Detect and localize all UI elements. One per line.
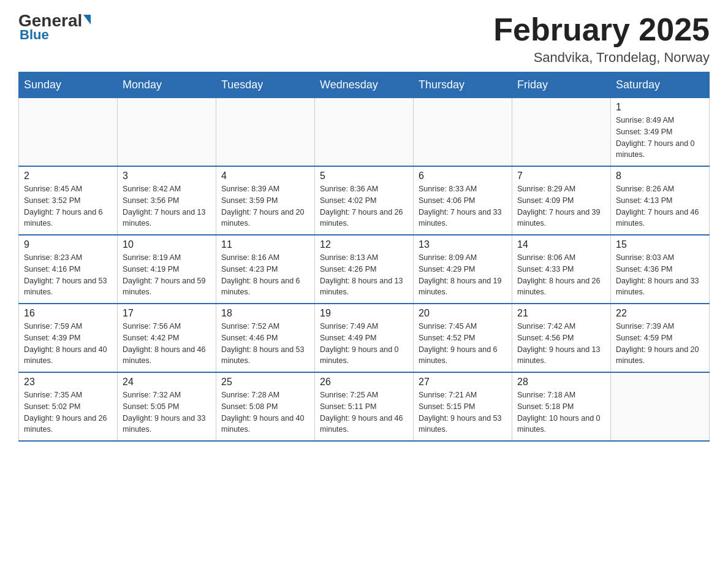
calendar-cell: 7Sunrise: 8:29 AMSunset: 4:09 PMDaylight… bbox=[512, 166, 611, 235]
calendar-cell: 12Sunrise: 8:13 AMSunset: 4:26 PMDayligh… bbox=[315, 235, 414, 304]
weekday-header-thursday: Thursday bbox=[414, 72, 512, 98]
day-info: Sunrise: 7:45 AMSunset: 4:52 PMDaylight:… bbox=[419, 321, 507, 367]
logo-arrow-icon bbox=[83, 15, 91, 25]
calendar-cell: 13Sunrise: 8:09 AMSunset: 4:29 PMDayligh… bbox=[414, 235, 512, 304]
day-info: Sunrise: 7:39 AMSunset: 4:59 PMDaylight:… bbox=[616, 321, 704, 367]
day-info: Sunrise: 8:49 AMSunset: 3:49 PMDaylight:… bbox=[616, 115, 704, 161]
day-number: 18 bbox=[221, 308, 309, 319]
calendar-cell: 23Sunrise: 7:35 AMSunset: 5:02 PMDayligh… bbox=[19, 372, 118, 441]
day-number: 24 bbox=[123, 377, 211, 388]
calendar-cell: 9Sunrise: 8:23 AMSunset: 4:16 PMDaylight… bbox=[19, 235, 118, 304]
weekday-header-wednesday: Wednesday bbox=[315, 72, 414, 98]
day-info: Sunrise: 7:18 AMSunset: 5:18 PMDaylight:… bbox=[517, 389, 605, 435]
calendar-cell: 2Sunrise: 8:45 AMSunset: 3:52 PMDaylight… bbox=[19, 166, 118, 235]
calendar-cell: 20Sunrise: 7:45 AMSunset: 4:52 PMDayligh… bbox=[414, 304, 512, 372]
calendar-cell bbox=[414, 98, 512, 167]
calendar-title: February 2025 bbox=[493, 12, 710, 47]
day-number: 12 bbox=[320, 239, 408, 250]
day-number: 25 bbox=[221, 377, 309, 388]
calendar-header: SundayMondayTuesdayWednesdayThursdayFrid… bbox=[19, 72, 710, 98]
calendar-cell: 8Sunrise: 8:26 AMSunset: 4:13 PMDaylight… bbox=[611, 166, 710, 235]
day-info: Sunrise: 8:03 AMSunset: 4:36 PMDaylight:… bbox=[616, 252, 704, 298]
calendar-cell bbox=[315, 98, 414, 167]
day-number: 3 bbox=[123, 170, 211, 182]
calendar-cell: 26Sunrise: 7:25 AMSunset: 5:11 PMDayligh… bbox=[315, 372, 414, 441]
day-info: Sunrise: 7:35 AMSunset: 5:02 PMDaylight:… bbox=[24, 389, 112, 435]
calendar-body: 1Sunrise: 8:49 AMSunset: 3:49 PMDaylight… bbox=[19, 98, 710, 442]
calendar-cell: 11Sunrise: 8:16 AMSunset: 4:23 PMDayligh… bbox=[216, 235, 315, 304]
calendar-cell: 28Sunrise: 7:18 AMSunset: 5:18 PMDayligh… bbox=[512, 372, 611, 441]
day-number: 6 bbox=[419, 170, 507, 182]
calendar-cell bbox=[118, 98, 216, 167]
calendar-cell: 5Sunrise: 8:36 AMSunset: 4:02 PMDaylight… bbox=[315, 166, 414, 235]
calendar-week-row: 2Sunrise: 8:45 AMSunset: 3:52 PMDaylight… bbox=[19, 166, 710, 235]
day-info: Sunrise: 8:13 AMSunset: 4:26 PMDaylight:… bbox=[320, 252, 408, 298]
calendar-cell: 14Sunrise: 8:06 AMSunset: 4:33 PMDayligh… bbox=[512, 235, 611, 304]
calendar-cell: 3Sunrise: 8:42 AMSunset: 3:56 PMDaylight… bbox=[118, 166, 216, 235]
day-number: 9 bbox=[24, 239, 112, 250]
day-number: 14 bbox=[517, 239, 605, 250]
weekday-header-saturday: Saturday bbox=[611, 72, 710, 98]
calendar-cell: 21Sunrise: 7:42 AMSunset: 4:56 PMDayligh… bbox=[512, 304, 611, 372]
calendar-cell: 25Sunrise: 7:28 AMSunset: 5:08 PMDayligh… bbox=[216, 372, 315, 441]
day-info: Sunrise: 8:16 AMSunset: 4:23 PMDaylight:… bbox=[221, 252, 309, 298]
day-number: 5 bbox=[320, 170, 408, 182]
day-number: 26 bbox=[320, 377, 408, 388]
calendar-subtitle: Sandvika, Trondelag, Norway bbox=[493, 50, 710, 66]
day-number: 8 bbox=[616, 170, 704, 182]
day-number: 13 bbox=[419, 239, 507, 250]
day-info: Sunrise: 8:45 AMSunset: 3:52 PMDaylight:… bbox=[24, 183, 112, 229]
day-info: Sunrise: 8:33 AMSunset: 4:06 PMDaylight:… bbox=[419, 183, 507, 229]
calendar-cell: 17Sunrise: 7:56 AMSunset: 4:42 PMDayligh… bbox=[118, 304, 216, 372]
calendar-cell: 18Sunrise: 7:52 AMSunset: 4:46 PMDayligh… bbox=[216, 304, 315, 372]
day-info: Sunrise: 7:49 AMSunset: 4:49 PMDaylight:… bbox=[320, 321, 408, 367]
day-number: 28 bbox=[517, 377, 605, 388]
day-number: 2 bbox=[24, 170, 112, 182]
day-number: 4 bbox=[221, 170, 309, 182]
calendar-cell bbox=[19, 98, 118, 167]
calendar-week-row: 16Sunrise: 7:59 AMSunset: 4:39 PMDayligh… bbox=[19, 304, 710, 372]
day-number: 10 bbox=[123, 239, 211, 250]
calendar-cell: 6Sunrise: 8:33 AMSunset: 4:06 PMDaylight… bbox=[414, 166, 512, 235]
day-number: 21 bbox=[517, 308, 605, 319]
calendar-week-row: 1Sunrise: 8:49 AMSunset: 3:49 PMDaylight… bbox=[19, 98, 710, 167]
day-info: Sunrise: 8:29 AMSunset: 4:09 PMDaylight:… bbox=[517, 183, 605, 229]
day-number: 7 bbox=[517, 170, 605, 182]
day-info: Sunrise: 8:06 AMSunset: 4:33 PMDaylight:… bbox=[517, 252, 605, 298]
day-number: 11 bbox=[221, 239, 309, 250]
calendar-cell: 16Sunrise: 7:59 AMSunset: 4:39 PMDayligh… bbox=[19, 304, 118, 372]
calendar-cell: 19Sunrise: 7:49 AMSunset: 4:49 PMDayligh… bbox=[315, 304, 414, 372]
calendar-cell: 1Sunrise: 8:49 AMSunset: 3:49 PMDaylight… bbox=[611, 98, 710, 167]
day-info: Sunrise: 8:26 AMSunset: 4:13 PMDaylight:… bbox=[616, 183, 704, 229]
calendar-cell: 4Sunrise: 8:39 AMSunset: 3:59 PMDaylight… bbox=[216, 166, 315, 235]
calendar-cell: 24Sunrise: 7:32 AMSunset: 5:05 PMDayligh… bbox=[118, 372, 216, 441]
day-number: 23 bbox=[24, 377, 112, 388]
day-info: Sunrise: 8:23 AMSunset: 4:16 PMDaylight:… bbox=[24, 252, 112, 298]
day-number: 20 bbox=[419, 308, 507, 319]
day-info: Sunrise: 7:42 AMSunset: 4:56 PMDaylight:… bbox=[517, 321, 605, 367]
day-info: Sunrise: 8:39 AMSunset: 3:59 PMDaylight:… bbox=[221, 183, 309, 229]
calendar-cell bbox=[216, 98, 315, 167]
calendar-week-row: 23Sunrise: 7:35 AMSunset: 5:02 PMDayligh… bbox=[19, 372, 710, 441]
day-info: Sunrise: 7:21 AMSunset: 5:15 PMDaylight:… bbox=[419, 389, 507, 435]
day-info: Sunrise: 7:56 AMSunset: 4:42 PMDaylight:… bbox=[123, 321, 211, 367]
day-info: Sunrise: 7:59 AMSunset: 4:39 PMDaylight:… bbox=[24, 321, 112, 367]
day-number: 22 bbox=[616, 308, 704, 319]
weekday-header-tuesday: Tuesday bbox=[216, 72, 315, 98]
day-number: 1 bbox=[616, 102, 704, 113]
calendar-week-row: 9Sunrise: 8:23 AMSunset: 4:16 PMDaylight… bbox=[19, 235, 710, 304]
page-header: General Blue February 2025 Sandvika, Tro… bbox=[18, 12, 710, 66]
weekday-header-friday: Friday bbox=[512, 72, 611, 98]
title-area: February 2025 Sandvika, Trondelag, Norwa… bbox=[493, 12, 710, 66]
calendar-cell bbox=[512, 98, 611, 167]
day-info: Sunrise: 8:42 AMSunset: 3:56 PMDaylight:… bbox=[123, 183, 211, 229]
day-info: Sunrise: 7:52 AMSunset: 4:46 PMDaylight:… bbox=[221, 321, 309, 367]
day-number: 16 bbox=[24, 308, 112, 319]
day-info: Sunrise: 7:28 AMSunset: 5:08 PMDaylight:… bbox=[221, 389, 309, 435]
logo: General Blue bbox=[18, 12, 91, 43]
day-number: 17 bbox=[123, 308, 211, 319]
weekday-header-sunday: Sunday bbox=[19, 72, 118, 98]
day-info: Sunrise: 8:19 AMSunset: 4:19 PMDaylight:… bbox=[123, 252, 211, 298]
calendar-cell: 15Sunrise: 8:03 AMSunset: 4:36 PMDayligh… bbox=[611, 235, 710, 304]
calendar-cell bbox=[611, 372, 710, 441]
